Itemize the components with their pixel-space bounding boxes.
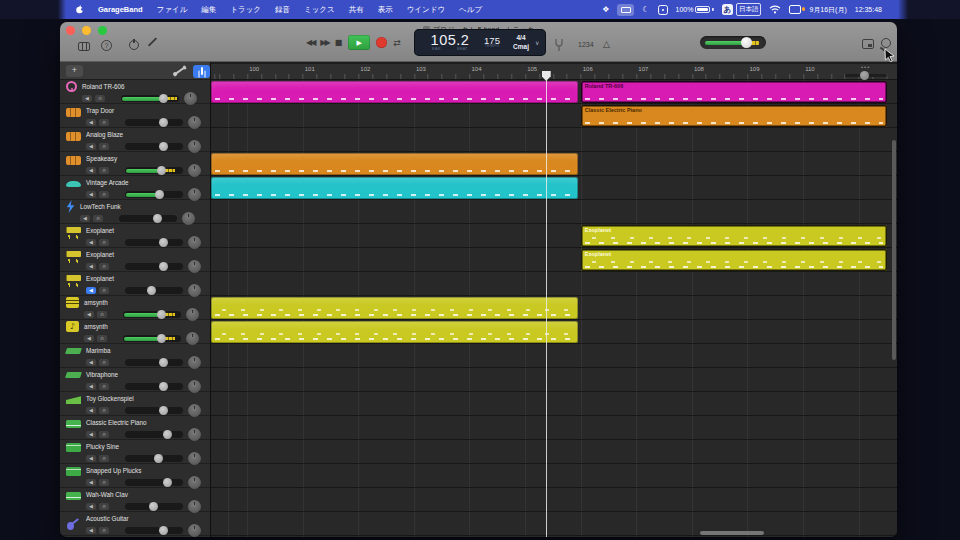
track-header[interactable]: Exoplanet ◀ ∩ [60, 224, 210, 248]
track-header[interactable]: Marimba ◀ ∩ [60, 344, 210, 368]
menu-item-5[interactable]: ミックス [304, 5, 335, 15]
volume-slider-knob[interactable] [159, 382, 168, 391]
midi-region[interactable] [211, 321, 578, 343]
menu-item-4[interactable]: 録音 [275, 5, 290, 15]
cycle-button[interactable]: ⇄ [393, 38, 401, 48]
solo-button[interactable]: ∩ [99, 143, 109, 150]
volume-slider[interactable] [125, 167, 183, 174]
volume-slider-knob[interactable] [159, 358, 168, 367]
mute-button[interactable]: ◀ [86, 479, 96, 486]
solo-button[interactable]: ∩ [99, 455, 109, 462]
volume-slider[interactable] [125, 287, 183, 294]
mute-button[interactable]: ◀ [86, 143, 96, 150]
solo-button[interactable]: ∩ [99, 239, 109, 246]
menu-item-1[interactable]: ファイル [157, 5, 188, 15]
solo-button[interactable]: ∩ [95, 95, 105, 102]
volume-slider-knob[interactable] [154, 454, 163, 463]
solo-button[interactable]: ∩ [99, 191, 109, 198]
midi-region[interactable] [211, 153, 578, 175]
track-header[interactable]: Snapped Up Plucks ◀ ∩ [60, 464, 210, 488]
solo-button[interactable]: ∩ [99, 383, 109, 390]
volume-slider-knob[interactable] [159, 238, 168, 247]
track-header[interactable]: Wah-Wah Clav ◀ ∩ [60, 488, 210, 512]
menu-item-6[interactable]: 共有 [349, 5, 364, 15]
mute-button[interactable]: ◀ [86, 119, 96, 126]
playhead-line[interactable] [546, 80, 548, 537]
solo-button[interactable]: ∩ [99, 359, 109, 366]
stop-button[interactable]: ■ [335, 38, 343, 47]
volume-slider[interactable] [125, 191, 183, 198]
editors-button[interactable] [148, 37, 157, 46]
master-volume-slider[interactable] [700, 36, 766, 49]
mute-button[interactable]: ◀ [86, 407, 96, 414]
input-switcher-icon[interactable] [617, 4, 634, 16]
volume-slider[interactable] [125, 527, 183, 534]
volume-slider[interactable] [119, 215, 177, 222]
zoom-slider-knob[interactable] [860, 71, 869, 80]
solo-button[interactable]: ∩ [99, 407, 109, 414]
dropbox-icon[interactable]: ❖ [602, 5, 609, 14]
volume-slider[interactable] [125, 143, 183, 150]
volume-slider-knob[interactable] [153, 214, 162, 223]
do-not-disturb-icon[interactable]: ☾ [642, 5, 649, 14]
volume-slider[interactable] [123, 335, 181, 342]
solo-button[interactable]: ∩ [99, 119, 109, 126]
zoom-control[interactable]: ••• [845, 65, 887, 81]
library-toggle-button[interactable] [78, 42, 90, 51]
midi-region[interactable] [211, 177, 578, 199]
volume-slider-knob[interactable] [159, 94, 168, 103]
menu-date[interactable]: 9月16日(月) [809, 5, 846, 15]
volume-slider-knob[interactable] [157, 334, 166, 343]
play-button[interactable]: ▶ [348, 35, 370, 50]
volume-slider[interactable] [125, 479, 183, 486]
lcd-display[interactable]: 105.2 BAR BEAT 175 TEMPO 4/4 Cmaj ∨ [414, 29, 546, 56]
volume-slider[interactable] [125, 431, 183, 438]
volume-slider[interactable] [123, 311, 181, 318]
pan-knob[interactable] [188, 524, 201, 537]
solo-button[interactable]: ∩ [97, 311, 107, 318]
menu-item-3[interactable]: トラック [230, 5, 261, 15]
mute-button[interactable]: ◀ [86, 359, 96, 366]
mute-button[interactable]: ◀ [86, 503, 96, 510]
mute-button[interactable]: ◀ [86, 527, 96, 534]
record-button[interactable] [376, 37, 387, 48]
volume-slider[interactable] [125, 383, 183, 390]
wifi-icon[interactable] [769, 5, 781, 14]
track-header[interactable]: Speakeasy ◀ ∩ [60, 152, 210, 176]
rewind-button[interactable]: ◀◀ [306, 38, 314, 47]
track-header[interactable]: Toy Glockenspiel ◀ ∩ [60, 392, 210, 416]
automation-button[interactable] [174, 66, 186, 75]
horizontal-scrollbar[interactable] [700, 531, 764, 535]
volume-slider[interactable] [125, 263, 183, 270]
loop-browser-button[interactable] [881, 38, 891, 48]
solo-button[interactable]: ∩ [99, 479, 109, 486]
volume-slider-knob[interactable] [147, 286, 156, 295]
volume-slider-knob[interactable] [157, 166, 166, 175]
volume-slider-knob[interactable] [149, 502, 158, 511]
app-menu[interactable]: GarageBand [98, 5, 143, 15]
volume-slider-knob[interactable] [159, 142, 168, 151]
menu-time[interactable]: 12:35:48 [855, 6, 882, 13]
volume-slider-knob[interactable] [163, 430, 172, 439]
volume-slider[interactable] [125, 359, 183, 366]
track-header[interactable]: Analog Blaze ◀ ∩ [60, 128, 210, 152]
track-header[interactable]: Exoplanet ◀ ∩ [60, 272, 210, 296]
forward-button[interactable]: ▶▶ [320, 38, 328, 47]
mute-button[interactable]: ◀ [80, 215, 90, 222]
track-header[interactable]: Acoustic Guitar ◀ ∩ [60, 512, 210, 536]
tuner-button[interactable] [554, 39, 564, 51]
track-header[interactable]: Plucky Sine ◀ ∩ [60, 440, 210, 464]
mute-button[interactable]: ◀ [86, 431, 96, 438]
menu-item-7[interactable]: 表示 [378, 5, 393, 15]
track-header[interactable]: Vibraphone ◀ ∩ [60, 368, 210, 392]
smart-controls-button[interactable] [129, 40, 139, 50]
lock-app-icon[interactable] [658, 5, 668, 15]
track-header[interactable]: Roland TR-606 ◀ ∩ [60, 80, 210, 104]
track-header[interactable]: LowTech Funk ◀ ∩ [60, 200, 210, 224]
volume-slider-knob[interactable] [159, 406, 168, 415]
track-display-mode-button[interactable] [193, 65, 210, 78]
volume-slider[interactable] [125, 119, 183, 126]
solo-button[interactable]: ∩ [99, 287, 109, 294]
volume-knob[interactable] [741, 37, 752, 48]
volume-slider-knob[interactable] [159, 118, 168, 127]
